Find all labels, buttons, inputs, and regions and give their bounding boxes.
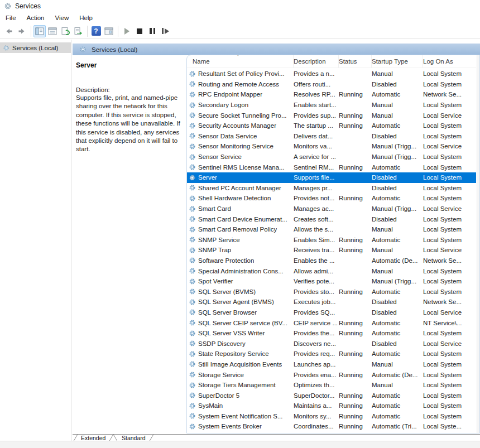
- service-gear-icon: [189, 195, 196, 202]
- table-row[interactable]: SQL Server CEIP service (BV... CEIP serv…: [187, 317, 476, 328]
- table-row[interactable]: Smart Card Removal Policy Allows the s..…: [187, 224, 476, 235]
- service-description-cell: Delivers dat...: [294, 133, 339, 139]
- table-row[interactable]: SQL Server VSS Writer Provides the... Ru…: [187, 328, 476, 339]
- column-header-name[interactable]: Name: [187, 55, 294, 68]
- service-name-cell: Smart Card Removal Policy: [187, 226, 294, 233]
- service-gear-icon: [189, 143, 196, 150]
- table-row[interactable]: SysMain Maintains a... Running Automatic…: [187, 401, 476, 411]
- menu-bar: File Action View Help: [0, 12, 480, 23]
- table-row[interactable]: Spot Verifier Verifies pote... Manual (T…: [187, 276, 476, 287]
- service-name-cell: Sensor Service: [187, 153, 294, 161]
- sidebar-item-services-local[interactable]: Services (Local): [0, 42, 71, 53]
- table-row[interactable]: Storage Tiers Management Optimizes th...…: [187, 380, 476, 391]
- tab-extended[interactable]: Extended: [81, 435, 106, 441]
- start-service-icon[interactable]: [121, 25, 133, 37]
- table-row[interactable]: SuperDoctor 5 SuperDoctor... Running Aut…: [187, 390, 476, 401]
- table-row[interactable]: Secure Socket Tunneling Pro... Provides …: [187, 110, 476, 121]
- menu-action[interactable]: Action: [27, 15, 45, 21]
- table-row[interactable]: Security Accounts Manager The startup ..…: [187, 121, 476, 131]
- table-row[interactable]: Special Administration Cons... Allows ad…: [187, 266, 476, 276]
- table-row[interactable]: Storage Service Provides ena... Running …: [187, 369, 476, 380]
- properties-icon[interactable]: [46, 25, 59, 37]
- tab-standard[interactable]: Standard: [122, 435, 146, 441]
- table-row[interactable]: SQL Server Agent (BVMS) Executes job... …: [187, 297, 476, 307]
- service-description-cell: Maintains a...: [294, 402, 339, 409]
- service-name-cell: Server: [187, 174, 294, 181]
- service-description-cell: Allows admi...: [294, 268, 339, 274]
- menu-help[interactable]: Help: [79, 15, 93, 21]
- services-gear-icon: [3, 45, 9, 51]
- service-startup-type-cell: Automatic: [372, 402, 423, 409]
- menu-view[interactable]: View: [55, 15, 69, 21]
- table-row[interactable]: SNMP Service Enables Sim... Running Auto…: [187, 235, 476, 245]
- table-row[interactable]: Sensor Service A service for ... Manual …: [187, 152, 476, 162]
- table-row[interactable]: Routing and Remote Access Offers routi..…: [187, 79, 476, 90]
- extended-view-icon[interactable]: [103, 25, 115, 37]
- service-logon-cell: Local System: [423, 268, 476, 274]
- table-row[interactable]: Sentinel RMS License Mana... Sentinel RM…: [187, 162, 476, 172]
- service-gear-icon: [189, 267, 196, 274]
- table-row[interactable]: SQL Server (BVMS) Provides sto... Runnin…: [187, 286, 476, 297]
- service-logon-cell: Local Service: [423, 112, 476, 119]
- service-gear-icon: [189, 132, 196, 139]
- forward-icon[interactable]: [16, 25, 28, 37]
- table-row[interactable]: State Repository Service Provides req...…: [187, 349, 476, 359]
- service-gear-icon: [189, 102, 196, 109]
- table-row[interactable]: Resultant Set of Policy Provi... Provide…: [187, 69, 476, 79]
- stop-service-icon[interactable]: [133, 25, 146, 37]
- service-startup-type-cell: Automatic: [372, 288, 423, 295]
- table-row[interactable]: Sensor Monitoring Service Monitors va...…: [187, 141, 476, 152]
- column-header-startup-type[interactable]: Startup Type: [372, 55, 423, 68]
- table-row[interactable]: Still Image Acquisition Events Launches …: [187, 359, 476, 370]
- column-header-status[interactable]: Status: [339, 55, 372, 68]
- service-logon-cell: Local System: [423, 392, 476, 399]
- service-gear-icon: [189, 288, 196, 295]
- service-description-cell: Creates soft...: [294, 216, 339, 223]
- service-description-cell: Provides a n...: [294, 70, 339, 77]
- description-label: Description:: [76, 86, 188, 93]
- table-row[interactable]: Smart Card Manages ac... Manual (Trigg..…: [187, 204, 476, 214]
- table-row[interactable]: SSDP Discovery Discovers ne... Disabled …: [187, 338, 476, 349]
- service-status-cell: Running: [339, 372, 372, 378]
- table-row[interactable]: Software Protection Enables the ... Auto…: [187, 256, 476, 266]
- table-row[interactable]: SNMP Trap Receives tra... Running Manual…: [187, 245, 476, 256]
- table-row[interactable]: Sensor Data Service Delivers dat... Disa…: [187, 131, 476, 142]
- service-logon-cell: Local Service: [423, 143, 476, 150]
- help-icon[interactable]: ?: [90, 25, 102, 37]
- restart-service-icon[interactable]: [159, 25, 171, 37]
- service-gear-icon: [189, 91, 196, 98]
- service-name-cell: Sensor Monitoring Service: [187, 143, 294, 150]
- column-header-description[interactable]: Description: [294, 55, 339, 68]
- table-row[interactable]: System Events Broker Coordinates... Runn…: [187, 421, 476, 432]
- service-description-cell: A service for ...: [294, 153, 339, 160]
- table-row[interactable]: Shared PC Account Manager Manages pr... …: [187, 183, 476, 194]
- table-row[interactable]: System Event Notification S... Monitors …: [187, 411, 476, 422]
- service-startup-type-cell: Manual (Trigg...: [372, 143, 423, 150]
- service-gear-icon: [189, 412, 196, 420]
- services-list-panel: ˆ Name Description Status Startup Type L…: [186, 55, 480, 433]
- pause-service-icon[interactable]: [146, 25, 159, 37]
- table-row[interactable]: RPC Endpoint Mapper Resolves RP... Runni…: [187, 89, 476, 100]
- table-row[interactable]: Secondary Logon Enables start... Manual …: [187, 100, 476, 110]
- service-gear-icon: [189, 112, 196, 119]
- toolbar: ?: [0, 23, 480, 39]
- service-logon-cell: Network Se...: [423, 298, 476, 305]
- table-row[interactable]: SQL Server Browser Provides SQ... Disabl…: [187, 307, 476, 318]
- service-logon-cell: Local System: [423, 133, 476, 139]
- service-description-cell: Monitors va...: [294, 143, 339, 150]
- service-startup-type-cell: Disabled: [372, 185, 423, 191]
- menu-file[interactable]: File: [6, 15, 16, 21]
- service-startup-type-cell: Automatic: [372, 330, 423, 336]
- vertical-scrollbar[interactable]: [477, 55, 479, 433]
- table-row[interactable]: Server Supports file... Disabled Local S…: [187, 172, 476, 183]
- export-list-icon[interactable]: [72, 25, 84, 37]
- table-row[interactable]: Shell Hardware Detection Provides not...…: [187, 193, 476, 204]
- back-icon[interactable]: [3, 25, 15, 37]
- show-console-tree-icon[interactable]: [33, 25, 46, 37]
- service-name-cell: SQL Server CEIP service (BV...: [187, 319, 294, 326]
- refresh-icon[interactable]: [59, 25, 71, 37]
- column-header-log-on-as[interactable]: Log On As: [423, 55, 476, 68]
- service-logon-cell: Local System: [423, 330, 476, 336]
- table-row[interactable]: Smart Card Device Enumerat... Creates so…: [187, 214, 476, 224]
- service-gear-icon: [189, 184, 196, 191]
